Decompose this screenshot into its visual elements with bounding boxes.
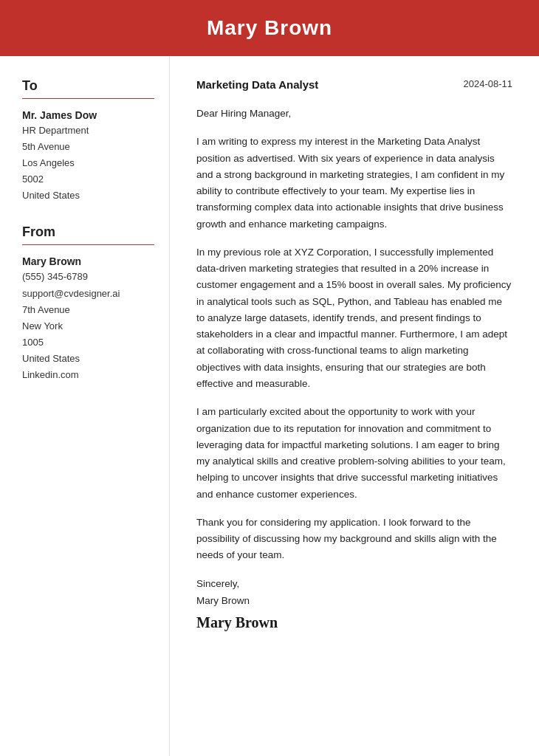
letter-date: 2024-08-11 xyxy=(464,78,513,89)
sender-phone: (555) 345-6789 xyxy=(22,269,154,285)
page: Mary Brown To Mr. James Dow HR Departmen… xyxy=(0,0,539,756)
sidebar: To Mr. James Dow HR Department 5th Avenu… xyxy=(0,56,170,756)
letter-paragraph4: Thank you for considering my application… xyxy=(196,515,512,564)
letter-header-row: Marketing Data Analyst 2024-08-11 xyxy=(196,78,512,91)
signature: Mary Brown xyxy=(196,614,512,631)
letter-closing: Sincerely, Mary Brown Mary Brown xyxy=(196,576,512,631)
header: Mary Brown xyxy=(0,0,539,56)
sender-line1: 7th Avenue xyxy=(22,302,154,318)
from-label: From xyxy=(22,224,154,240)
body-content: To Mr. James Dow HR Department 5th Avenu… xyxy=(0,56,539,756)
sender-line4: United States xyxy=(22,351,154,367)
closing-line2: Mary Brown xyxy=(196,593,512,610)
to-section: To Mr. James Dow HR Department 5th Avenu… xyxy=(22,78,154,204)
letter-paragraph1: I am writing to express my interest in t… xyxy=(196,134,512,233)
sender-line3: 1005 xyxy=(22,334,154,351)
to-divider xyxy=(22,98,154,99)
main-content: Marketing Data Analyst 2024-08-11 Dear H… xyxy=(170,56,539,756)
sender-details: (555) 345-6789 support@cvdesigner.ai 7th… xyxy=(22,269,154,383)
letter-body: Dear Hiring Manager, I am writing to exp… xyxy=(196,106,512,564)
from-section: From Mary Brown (555) 345-6789 support@c… xyxy=(22,224,154,383)
recipient-line5: United States xyxy=(22,188,154,204)
sender-line2: New York xyxy=(22,318,154,334)
recipient-details: HR Department 5th Avenue Los Angeles 500… xyxy=(22,123,154,204)
job-title: Marketing Data Analyst xyxy=(196,78,318,91)
sender-email: support@cvdesigner.ai xyxy=(22,286,154,302)
letter-paragraph3: I am particularly excited about the oppo… xyxy=(196,404,512,503)
closing-line1: Sincerely, xyxy=(196,576,512,593)
to-label: To xyxy=(22,78,154,94)
recipient-line4: 5002 xyxy=(22,171,154,188)
letter-paragraph2: In my previous role at XYZ Corporation, … xyxy=(196,244,512,392)
recipient-line3: Los Angeles xyxy=(22,155,154,171)
recipient-line2: 5th Avenue xyxy=(22,139,154,155)
sender-name: Mary Brown xyxy=(22,255,154,267)
from-divider xyxy=(22,244,154,245)
recipient-line1: HR Department xyxy=(22,123,154,139)
letter-greeting: Dear Hiring Manager, xyxy=(196,106,512,122)
sender-line5: Linkedin.com xyxy=(22,367,154,383)
header-name: Mary Brown xyxy=(0,16,539,40)
recipient-name: Mr. James Dow xyxy=(22,109,154,121)
